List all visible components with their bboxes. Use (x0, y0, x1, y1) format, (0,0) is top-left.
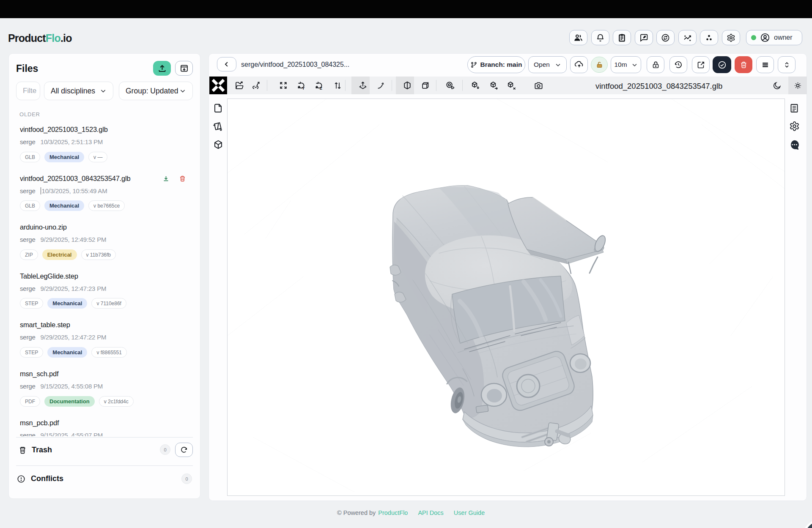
svg-text:Y: Y (302, 85, 304, 90)
svg-text:Z: Z (319, 85, 322, 90)
